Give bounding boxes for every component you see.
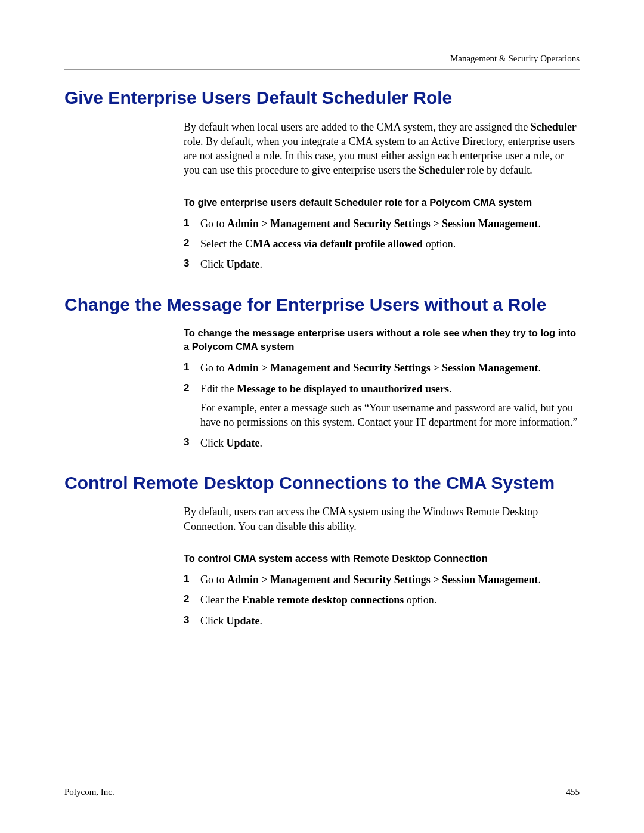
text: role by default. [465,164,532,176]
section1-intro: By default when local users are added to… [184,120,580,178]
step: 2 Edit the Message to be displayed to un… [184,382,580,430]
step-text: Go to Admin > Management and Security Se… [200,572,580,587]
text: Click [200,258,227,270]
step-number: 3 [184,614,198,628]
step-number: 3 [184,257,198,271]
text: option. [423,238,456,250]
text-bold: Admin > Management and Security Settings… [227,218,538,230]
text-bold: Scheduler [419,164,465,176]
text: . [538,574,541,586]
step-text: Click Update. [200,436,580,450]
text: . [260,615,263,627]
text: . [260,437,263,449]
text-bold: Admin > Management and Security Settings… [227,362,538,374]
step-number: 2 [184,593,198,607]
step-number: 2 [184,237,198,251]
section1-body: By default when local users are added to… [184,120,580,272]
section2-subheading: To change the message enterprise users w… [184,326,580,354]
text: . [449,383,452,395]
step-number: 1 [184,572,198,587]
text-bold: Scheduler [531,121,577,133]
text-bold: Update [227,615,260,627]
step-number: 1 [184,361,198,375]
footer-company: Polycom, Inc. [64,787,114,797]
header-rule [64,69,580,70]
text: option. [404,594,436,606]
text-bold: Message to be displayed to unauthorized … [237,383,449,395]
step-text: Go to Admin > Management and Security Se… [200,361,580,375]
text: By default when local users are added to… [184,121,531,133]
section1-title: Give Enterprise Users Default Scheduler … [64,86,580,109]
document-page: Management & Security Operations Give En… [0,0,644,833]
header-section-label: Management & Security Operations [64,54,580,64]
text: . [538,362,541,374]
footer-page-number: 455 [566,787,580,797]
step-text: Click Update. [200,614,580,628]
page-footer: Polycom, Inc. 455 [64,787,580,797]
section1-steps: 1 Go to Admin > Management and Security … [184,216,580,272]
step-text: Click Update. [200,257,580,271]
section3-subheading: To control CMA system access with Remote… [184,552,580,565]
text: Select the [200,238,245,250]
text: Edit the [200,383,237,395]
text: Go to [200,218,227,230]
step: 1 Go to Admin > Management and Security … [184,361,580,375]
text: Clear the [200,594,242,606]
step: 3 Click Update. [184,257,580,271]
section3-body: By default, users can access the CMA sys… [184,504,580,628]
text-bold: CMA access via default profile allowed [245,238,423,250]
step: 2 Select the CMA access via default prof… [184,237,580,251]
section3-steps: 1 Go to Admin > Management and Security … [184,572,580,628]
text: Go to [200,574,227,586]
step-text: Clear the Enable remote desktop connecti… [200,593,580,607]
step: 1 Go to Admin > Management and Security … [184,216,580,231]
step-number: 1 [184,216,198,231]
step-number: 3 [184,436,198,450]
step-text: Select the CMA access via default profil… [200,237,580,251]
step-extra-text: For example, enter a message such as “Yo… [200,401,580,430]
text-bold: Update [227,437,260,449]
text-bold: Admin > Management and Security Settings… [227,574,538,586]
step-text: Go to Admin > Management and Security Se… [200,216,580,231]
step: 3 Click Update. [184,614,580,628]
text: Go to [200,362,227,374]
step: 3 Click Update. [184,436,580,450]
section1-subheading: To give enterprise users default Schedul… [184,196,580,209]
section3-title: Control Remote Desktop Connections to th… [64,472,580,494]
section2-title: Change the Message for Enterprise Users … [64,293,580,316]
text: . [260,258,263,270]
text: Click [200,437,227,449]
step: 2 Clear the Enable remote desktop connec… [184,593,580,607]
text: . [538,218,541,230]
step: 1 Go to Admin > Management and Security … [184,572,580,587]
text-bold: Enable remote desktop connections [242,594,404,606]
section2-steps: 1 Go to Admin > Management and Security … [184,361,580,450]
section3-intro: By default, users can access the CMA sys… [184,504,580,534]
step-number: 2 [184,382,198,430]
section2-body: To change the message enterprise users w… [184,326,580,450]
text-bold: Update [227,258,260,270]
text: Click [200,615,227,627]
step-text: Edit the Message to be displayed to unau… [200,382,580,430]
